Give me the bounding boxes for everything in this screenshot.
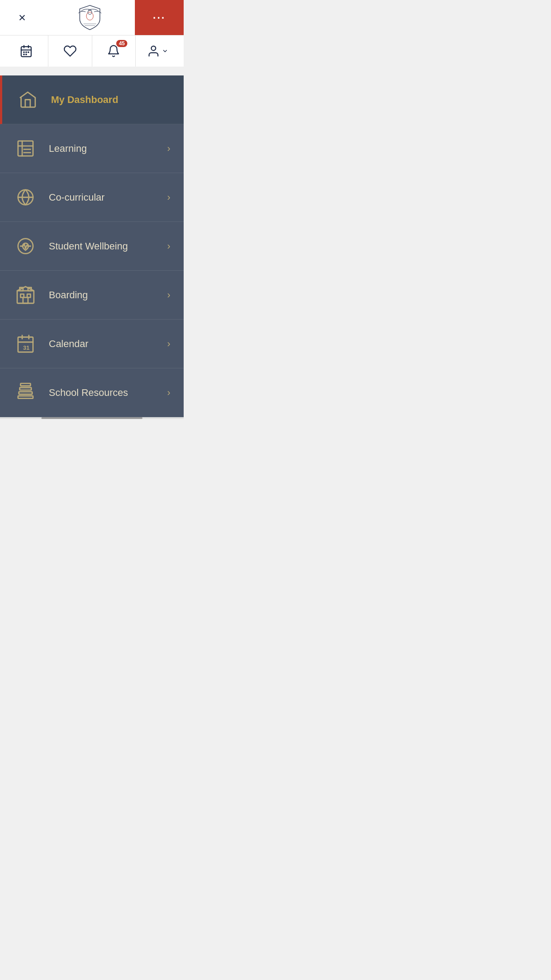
building-icon: [13, 283, 38, 307]
heart-icon: [63, 44, 77, 58]
calendar31-icon: 31: [13, 332, 38, 356]
navigation-menu: My Dashboard Learning › Co-curricular: [0, 75, 184, 417]
svg-rect-14: [18, 141, 33, 156]
svg-point-13: [151, 46, 156, 51]
svg-rect-34: [19, 392, 32, 395]
more-button[interactable]: ···: [135, 0, 184, 35]
nav-label-school-resources: School Resources: [49, 387, 167, 399]
svg-text:31: 31: [23, 344, 30, 351]
school-resources-chevron-icon: ›: [167, 387, 170, 399]
nav-label-boarding: Boarding: [49, 289, 167, 301]
boarding-chevron-icon: ›: [167, 289, 170, 301]
nav-label-my-dashboard: My Dashboard: [51, 94, 170, 106]
heart-pulse-icon: [13, 234, 38, 258]
books-stack-icon: [13, 380, 38, 405]
nav-label-co-curricular: Co-curricular: [49, 192, 167, 203]
calendar-chevron-icon: ›: [167, 338, 170, 350]
favorites-button[interactable]: [48, 36, 92, 67]
svg-rect-35: [20, 387, 31, 390]
chevron-down-icon: [162, 48, 168, 54]
learning-chevron-icon: ›: [167, 143, 170, 154]
top-bar: × ···: [0, 0, 184, 36]
close-button[interactable]: ×: [0, 0, 44, 35]
nav-label-calendar: Calendar: [49, 338, 167, 350]
nav-label-student-wellbeing: Student Wellbeing: [49, 241, 167, 252]
nav-item-my-dashboard[interactable]: My Dashboard: [0, 75, 184, 124]
notification-count-badge: 45: [116, 40, 127, 47]
scroll-indicator: [0, 417, 184, 419]
home-icon: [16, 87, 40, 112]
svg-rect-33: [18, 396, 33, 399]
nav-item-calendar[interactable]: 31 Calendar ›: [0, 320, 184, 368]
nav-item-learning[interactable]: Learning ›: [0, 124, 184, 173]
nav-item-school-resources[interactable]: School Resources ›: [0, 368, 184, 417]
book-icon: [13, 136, 38, 161]
nav-label-learning: Learning: [49, 143, 167, 154]
user-icon: [147, 44, 160, 58]
nav-item-co-curricular[interactable]: Co-curricular ›: [0, 173, 184, 222]
notifications-button[interactable]: 45: [92, 36, 136, 67]
spacer: [0, 67, 184, 75]
student-wellbeing-chevron-icon: ›: [167, 241, 170, 252]
secondary-bar: 45: [0, 36, 184, 67]
svg-rect-36: [20, 383, 31, 386]
co-curricular-chevron-icon: ›: [167, 192, 170, 203]
nav-item-boarding[interactable]: Boarding ›: [0, 271, 184, 320]
nav-item-student-wellbeing[interactable]: Student Wellbeing ›: [0, 222, 184, 271]
user-profile-button[interactable]: [135, 36, 179, 67]
scroll-thumb: [41, 417, 142, 419]
basketball-icon: [13, 185, 38, 209]
svg-rect-25: [23, 297, 28, 303]
more-dots-icon: ···: [153, 12, 165, 24]
calendar-icon: [20, 44, 33, 58]
close-icon: ×: [19, 12, 26, 24]
calendar-button[interactable]: [4, 36, 48, 67]
school-logo: [75, 3, 104, 32]
logo-area: [44, 0, 135, 35]
svg-point-0: [86, 12, 93, 20]
